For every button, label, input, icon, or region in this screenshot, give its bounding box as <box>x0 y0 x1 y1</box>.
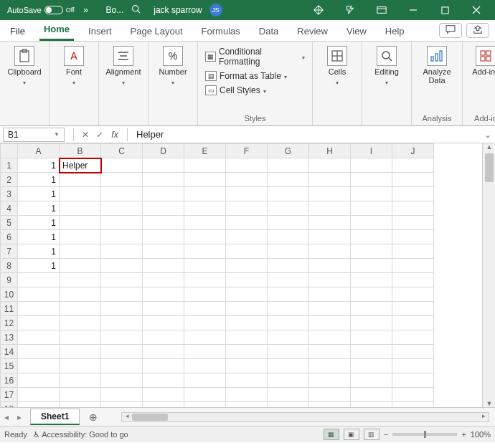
cell[interactable] <box>351 287 392 302</box>
cell[interactable] <box>392 402 434 408</box>
cell[interactable] <box>18 287 60 302</box>
cell[interactable]: 1 <box>18 230 60 244</box>
tab-page-layout[interactable]: Page Layout <box>126 22 187 41</box>
scroll-left-icon[interactable]: ◂ <box>122 412 132 419</box>
cell[interactable] <box>309 244 351 259</box>
enter-formula-button[interactable]: ✓ <box>93 130 107 140</box>
cell[interactable] <box>268 316 309 330</box>
row-header[interactable]: 12 <box>1 316 18 330</box>
zoom-slider[interactable] <box>392 433 457 436</box>
cell[interactable] <box>143 373 184 388</box>
cell[interactable] <box>351 259 392 273</box>
zoom-in-button[interactable]: + <box>461 430 466 439</box>
row-header[interactable]: 15 <box>1 359 18 373</box>
sheet-prev-button[interactable]: ◂ <box>0 412 13 422</box>
cell[interactable] <box>309 259 351 273</box>
sheet-tab-active[interactable]: Sheet1 <box>30 409 80 425</box>
cell[interactable] <box>268 359 309 373</box>
cell[interactable] <box>268 173 309 187</box>
vertical-scrollbar[interactable]: ▲ ▼ <box>482 143 495 407</box>
cell[interactable] <box>351 359 392 373</box>
cell[interactable] <box>184 216 226 230</box>
search-icon[interactable] <box>129 4 142 16</box>
cell[interactable] <box>101 359 143 373</box>
cell[interactable] <box>226 345 268 359</box>
cell[interactable] <box>392 216 434 230</box>
cell[interactable] <box>226 216 268 230</box>
cell[interactable] <box>309 230 351 244</box>
cell[interactable] <box>226 302 268 316</box>
cell[interactable] <box>60 316 101 330</box>
analyze-data-button[interactable]: Analyze Data <box>418 46 456 85</box>
cell[interactable] <box>184 244 226 259</box>
row-header[interactable]: 10 <box>1 287 18 302</box>
cell[interactable] <box>268 216 309 230</box>
cell[interactable] <box>309 302 351 316</box>
cell[interactable] <box>60 345 101 359</box>
cell[interactable] <box>226 158 268 173</box>
cell[interactable] <box>351 173 392 187</box>
cell[interactable] <box>309 158 351 173</box>
col-header[interactable]: F <box>226 144 268 158</box>
cell[interactable] <box>392 201 434 216</box>
cell[interactable] <box>18 402 60 408</box>
cell[interactable] <box>309 287 351 302</box>
cell[interactable] <box>392 316 434 330</box>
cell[interactable]: 1 <box>18 173 60 187</box>
cell[interactable] <box>309 187 351 201</box>
fx-icon[interactable]: fx <box>107 130 123 140</box>
cell[interactable] <box>309 359 351 373</box>
cell[interactable] <box>226 273 268 287</box>
cell[interactable] <box>101 402 143 408</box>
number-button[interactable]: % Number <box>154 46 192 86</box>
tab-review[interactable]: Review <box>293 22 332 41</box>
cell[interactable] <box>143 187 184 201</box>
font-button[interactable]: A Font <box>55 46 93 86</box>
cell[interactable] <box>392 373 434 388</box>
cell[interactable] <box>392 388 434 402</box>
zoom-out-button[interactable]: − <box>384 430 388 439</box>
cell[interactable] <box>101 273 143 287</box>
cell[interactable] <box>351 201 392 216</box>
cell[interactable] <box>101 345 143 359</box>
cell[interactable] <box>351 302 392 316</box>
cell[interactable]: 1 <box>18 216 60 230</box>
horizontal-scrollbar[interactable]: ◂ ▸ <box>121 412 489 422</box>
cell[interactable] <box>309 345 351 359</box>
row-header[interactable]: 6 <box>1 230 18 244</box>
cell[interactable] <box>351 388 392 402</box>
cell[interactable] <box>392 173 434 187</box>
cell[interactable] <box>184 230 226 244</box>
row-header[interactable]: 7 <box>1 244 18 259</box>
cell[interactable] <box>143 173 184 187</box>
cell[interactable] <box>184 302 226 316</box>
cell[interactable] <box>268 158 309 173</box>
cells-button[interactable]: Cells <box>319 46 356 86</box>
cell[interactable]: 1 <box>18 187 60 201</box>
cell[interactable] <box>143 302 184 316</box>
cell[interactable] <box>392 359 434 373</box>
cell[interactable] <box>226 330 268 345</box>
cell[interactable] <box>226 388 268 402</box>
cell[interactable] <box>351 273 392 287</box>
cell[interactable] <box>268 244 309 259</box>
cell[interactable] <box>143 287 184 302</box>
cell[interactable] <box>226 316 268 330</box>
share-button[interactable] <box>466 23 489 38</box>
cell[interactable] <box>184 158 226 173</box>
cell[interactable] <box>226 373 268 388</box>
cell[interactable] <box>101 158 143 173</box>
cell[interactable] <box>392 345 434 359</box>
ribbon-mode-icon[interactable] <box>366 0 397 20</box>
cell[interactable] <box>143 316 184 330</box>
cell[interactable] <box>18 273 60 287</box>
scroll-thumb[interactable] <box>485 153 494 182</box>
cell[interactable] <box>309 373 351 388</box>
cell[interactable] <box>143 330 184 345</box>
cell[interactable] <box>60 302 101 316</box>
tab-view[interactable]: View <box>342 22 371 41</box>
cell[interactable] <box>143 259 184 273</box>
cell[interactable] <box>60 216 101 230</box>
editing-button[interactable]: Editing <box>368 46 405 86</box>
cell[interactable] <box>226 402 268 408</box>
